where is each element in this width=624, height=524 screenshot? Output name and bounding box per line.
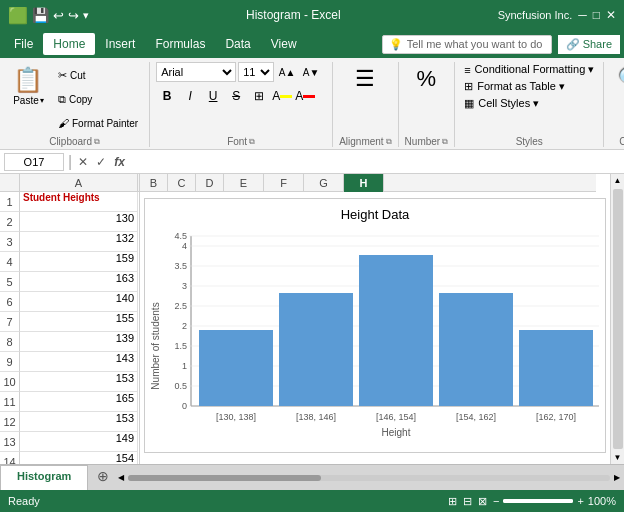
save-icon[interactable]: 💾 <box>32 7 49 23</box>
format-table-btn[interactable]: ⊞ Format as Table ▾ <box>461 79 597 94</box>
share-button[interactable]: 🔗 Share <box>558 35 620 54</box>
cancel-formula-btn[interactable]: ✕ <box>76 155 90 169</box>
conditional-label: Conditional Formatting ▾ <box>475 63 595 76</box>
sheet-tab-histogram[interactable]: Histogram <box>0 465 88 490</box>
chart-container[interactable]: Height Data Number of students 0 0.5 1 <box>144 198 606 453</box>
scroll-right-btn[interactable]: ▶ <box>614 473 620 482</box>
cell-a1[interactable]: Student Heights <box>20 192 138 212</box>
menu-home[interactable]: Home <box>43 33 95 55</box>
cut-button[interactable]: ✂ Cut <box>53 64 143 86</box>
cell-a7[interactable]: 155 <box>20 312 138 332</box>
increase-size-btn[interactable]: A▲ <box>276 62 298 82</box>
row-num-9: 9 <box>0 352 20 372</box>
scroll-down-btn[interactable]: ▼ <box>612 451 624 464</box>
alignment-expand-icon[interactable]: ⧉ <box>386 137 392 147</box>
row-num-10: 10 <box>0 372 20 392</box>
paste-button[interactable]: 📋 Paste ▾ <box>6 62 51 110</box>
view-pagebreak-btn[interactable]: ⊠ <box>478 495 487 508</box>
bold-button[interactable]: B <box>156 86 178 106</box>
cell-a2[interactable]: 130 <box>20 212 138 232</box>
cell-styles-btn[interactable]: ▦ Cell Styles ▾ <box>461 96 597 111</box>
number-expand-icon[interactable]: ⧉ <box>442 137 448 147</box>
table-row: 13149 <box>0 432 139 452</box>
close-icon[interactable]: ✕ <box>606 8 616 22</box>
menu-file[interactable]: File <box>4 33 43 55</box>
cell-a11[interactable]: 165 <box>20 392 138 412</box>
view-layout-btn[interactable]: ⊟ <box>463 495 472 508</box>
menu-data[interactable]: Data <box>215 33 260 55</box>
undo-icon[interactable]: ↩ <box>53 8 64 23</box>
font-expand-icon[interactable]: ⧉ <box>249 137 255 147</box>
font-face-select[interactable]: Arial <box>156 62 236 82</box>
formula-bar: | ✕ ✓ fx <box>0 150 624 174</box>
menu-insert[interactable]: Insert <box>95 33 145 55</box>
table-row: 11165 <box>0 392 139 412</box>
cell-a5[interactable]: 163 <box>20 272 138 292</box>
horizontal-scrollbar[interactable]: ◀ ▶ <box>114 465 624 490</box>
ready-status: Ready <box>8 495 40 507</box>
name-box[interactable] <box>4 153 64 171</box>
title-bar-left: 🟩 💾 ↩ ↪ ▾ <box>8 6 89 25</box>
confirm-formula-btn[interactable]: ✓ <box>94 155 108 169</box>
cell-styles-label: Cell Styles ▾ <box>478 97 539 110</box>
zoom-out-btn[interactable]: − <box>493 495 499 507</box>
svg-text:1.5: 1.5 <box>174 341 187 351</box>
copy-button[interactable]: ⧉ Copy <box>53 88 143 110</box>
scroll-left-btn[interactable]: ◀ <box>118 473 124 482</box>
number-button[interactable]: % <box>406 62 446 96</box>
svg-text:0.5: 0.5 <box>174 381 187 391</box>
conditional-formatting-btn[interactable]: ≡ Conditional Formatting ▾ <box>461 62 597 77</box>
zoom-in-btn[interactable]: + <box>577 495 583 507</box>
row-num-4: 4 <box>0 252 20 272</box>
cell-a9[interactable]: 143 <box>20 352 138 372</box>
cell-a4[interactable]: 159 <box>20 252 138 272</box>
font-size-select[interactable]: 11 <box>238 62 274 82</box>
cell-a13[interactable]: 149 <box>20 432 138 452</box>
cell-a14[interactable]: 154 <box>20 452 138 464</box>
border-button[interactable]: ⊞ <box>248 86 270 106</box>
menu-view[interactable]: View <box>261 33 307 55</box>
insert-function-btn[interactable]: fx <box>112 155 127 169</box>
cell-a6[interactable]: 140 <box>20 292 138 312</box>
underline-button[interactable]: U <box>202 86 224 106</box>
formula-input[interactable] <box>131 153 620 171</box>
zoom-controls: − + 100% <box>493 495 616 507</box>
cell-styles-icon: ▦ <box>464 97 474 110</box>
tell-me-bar[interactable]: 💡 Tell me what you want to do <box>382 35 552 54</box>
format-painter-button[interactable]: 🖌 Format Painter <box>53 112 143 134</box>
view-normal-btn[interactable]: ⊞ <box>448 495 457 508</box>
italic-button[interactable]: I <box>179 86 201 106</box>
col-header-e: E <box>224 174 264 192</box>
redo-icon[interactable]: ↪ <box>68 8 79 23</box>
decrease-size-btn[interactable]: A▼ <box>300 62 322 82</box>
row-num-13: 13 <box>0 432 20 452</box>
cell-a3[interactable]: 132 <box>20 232 138 252</box>
minimize-icon[interactable]: ─ <box>578 8 587 22</box>
format-painter-icon: 🖌 <box>58 117 69 129</box>
menu-formulas[interactable]: Formulas <box>145 33 215 55</box>
restore-icon[interactable]: □ <box>593 8 600 22</box>
svg-text:3.5: 3.5 <box>174 261 187 271</box>
clipboard-expand-icon[interactable]: ⧉ <box>94 137 100 147</box>
strikethrough-button[interactable]: S <box>225 86 247 106</box>
app-title: Histogram - Excel <box>89 8 498 22</box>
cell-a12[interactable]: 153 <box>20 412 138 432</box>
cell-a10[interactable]: 153 <box>20 372 138 392</box>
zoom-fill <box>503 499 573 503</box>
font-color-button[interactable]: A <box>294 86 316 106</box>
alignment-button[interactable]: ☰ <box>345 62 385 96</box>
cell-a8[interactable]: 139 <box>20 332 138 352</box>
add-sheet-btn[interactable]: ⊕ <box>92 465 114 487</box>
cells-button[interactable]: 🔍 <box>610 62 624 96</box>
vertical-scrollbar[interactable]: ▲ ▼ <box>610 174 624 464</box>
row-num-14: 14 <box>0 452 20 464</box>
fill-color-button[interactable]: A <box>271 86 293 106</box>
scroll-thumb[interactable] <box>613 189 623 449</box>
number-label: Number ⧉ <box>405 134 449 147</box>
scroll-up-btn[interactable]: ▲ <box>612 174 624 187</box>
paste-dropdown[interactable]: ▾ <box>40 96 44 105</box>
zoom-slider[interactable] <box>503 499 573 503</box>
col-header-b: B <box>140 174 168 192</box>
chart-area: B C D E F G H Height Data Number of stud… <box>140 174 610 464</box>
h-scroll-track[interactable] <box>128 475 610 481</box>
